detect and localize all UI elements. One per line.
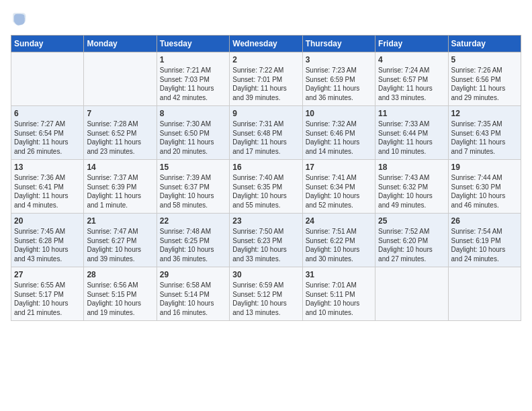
day-number: 7 — [87, 109, 153, 118]
day-number: 4 — [378, 55, 445, 64]
day-info: Sunrise: 7:36 AM Sunset: 6:41 PM Dayligh… — [14, 173, 81, 210]
calendar-cell: 24Sunrise: 7:51 AM Sunset: 6:22 PM Dayli… — [302, 214, 375, 267]
day-info: Sunrise: 7:35 AM Sunset: 6:43 PM Dayligh… — [451, 120, 518, 156]
day-number: 29 — [160, 270, 226, 279]
day-info: Sunrise: 7:47 AM Sunset: 6:27 PM Dayligh… — [87, 227, 153, 263]
day-info: Sunrise: 6:59 AM Sunset: 5:12 PM Dayligh… — [232, 281, 299, 317]
calendar-cell: 27Sunrise: 6:55 AM Sunset: 5:17 PM Dayli… — [11, 267, 84, 321]
day-number: 24 — [306, 216, 372, 226]
day-info: Sunrise: 7:31 AM Sunset: 6:48 PM Dayligh… — [232, 120, 299, 156]
calendar-cell: 22Sunrise: 7:48 AM Sunset: 6:25 PM Dayli… — [157, 214, 229, 267]
logo-icon — [11, 11, 27, 27]
day-info: Sunrise: 7:54 AM Sunset: 6:19 PM Dayligh… — [451, 227, 518, 263]
day-info: Sunrise: 7:26 AM Sunset: 6:56 PM Dayligh… — [451, 66, 518, 102]
week-row-3: 13Sunrise: 7:36 AM Sunset: 6:41 PM Dayli… — [11, 160, 521, 214]
col-header-monday: Monday — [84, 36, 157, 52]
calendar-cell: 15Sunrise: 7:39 AM Sunset: 6:37 PM Dayli… — [157, 160, 229, 214]
col-header-saturday: Saturday — [448, 36, 521, 52]
day-info: Sunrise: 7:24 AM Sunset: 6:57 PM Dayligh… — [378, 66, 445, 102]
calendar-cell — [84, 52, 157, 106]
day-number: 18 — [378, 163, 445, 172]
calendar-cell — [11, 52, 84, 106]
day-info: Sunrise: 7:32 AM Sunset: 6:46 PM Dayligh… — [306, 120, 372, 156]
calendar-cell: 25Sunrise: 7:52 AM Sunset: 6:20 PM Dayli… — [375, 214, 448, 267]
week-row-2: 6Sunrise: 7:27 AM Sunset: 6:54 PM Daylig… — [11, 106, 521, 160]
day-number: 23 — [232, 216, 299, 226]
calendar-cell: 31Sunrise: 7:01 AM Sunset: 5:11 PM Dayli… — [302, 267, 375, 321]
week-row-5: 27Sunrise: 6:55 AM Sunset: 5:17 PM Dayli… — [11, 267, 521, 321]
calendar-cell: 7Sunrise: 7:28 AM Sunset: 6:52 PM Daylig… — [84, 106, 157, 160]
day-info: Sunrise: 7:51 AM Sunset: 6:22 PM Dayligh… — [306, 227, 372, 263]
calendar-cell: 23Sunrise: 7:50 AM Sunset: 6:23 PM Dayli… — [230, 214, 302, 267]
calendar-cell: 13Sunrise: 7:36 AM Sunset: 6:41 PM Dayli… — [11, 160, 84, 214]
calendar-cell: 5Sunrise: 7:26 AM Sunset: 6:56 PM Daylig… — [448, 52, 521, 106]
calendar-cell: 30Sunrise: 6:59 AM Sunset: 5:12 PM Dayli… — [230, 267, 302, 321]
day-info: Sunrise: 7:30 AM Sunset: 6:50 PM Dayligh… — [160, 120, 226, 156]
day-info: Sunrise: 7:01 AM Sunset: 5:11 PM Dayligh… — [306, 281, 372, 317]
calendar-cell: 28Sunrise: 6:56 AM Sunset: 5:15 PM Dayli… — [84, 267, 157, 321]
header-row: SundayMondayTuesdayWednesdayThursdayFrid… — [11, 36, 521, 52]
day-info: Sunrise: 7:37 AM Sunset: 6:39 PM Dayligh… — [87, 173, 153, 210]
col-header-wednesday: Wednesday — [230, 36, 302, 52]
day-info: Sunrise: 7:41 AM Sunset: 6:34 PM Dayligh… — [306, 173, 372, 210]
day-number: 30 — [232, 270, 299, 279]
calendar-cell — [375, 267, 448, 321]
week-row-4: 20Sunrise: 7:45 AM Sunset: 6:28 PM Dayli… — [11, 214, 521, 267]
day-info: Sunrise: 7:39 AM Sunset: 6:37 PM Dayligh… — [160, 173, 226, 210]
day-number: 16 — [232, 163, 299, 172]
col-header-thursday: Thursday — [302, 36, 375, 52]
calendar-cell: 18Sunrise: 7:43 AM Sunset: 6:32 PM Dayli… — [375, 160, 448, 214]
calendar-cell: 21Sunrise: 7:47 AM Sunset: 6:27 PM Dayli… — [84, 214, 157, 267]
col-header-sunday: Sunday — [11, 36, 84, 52]
calendar-cell: 11Sunrise: 7:33 AM Sunset: 6:44 PM Dayli… — [375, 106, 448, 160]
day-number: 13 — [14, 163, 81, 172]
calendar-cell: 12Sunrise: 7:35 AM Sunset: 6:43 PM Dayli… — [448, 106, 521, 160]
logo — [11, 11, 30, 27]
day-number: 27 — [14, 270, 81, 279]
calendar-cell: 2Sunrise: 7:22 AM Sunset: 7:01 PM Daylig… — [230, 52, 302, 106]
calendar-cell: 19Sunrise: 7:44 AM Sunset: 6:30 PM Dayli… — [448, 160, 521, 214]
day-info: Sunrise: 7:28 AM Sunset: 6:52 PM Dayligh… — [87, 120, 153, 156]
day-info: Sunrise: 7:23 AM Sunset: 6:59 PM Dayligh… — [306, 66, 372, 102]
day-info: Sunrise: 7:52 AM Sunset: 6:20 PM Dayligh… — [378, 227, 445, 263]
day-info: Sunrise: 7:22 AM Sunset: 7:01 PM Dayligh… — [232, 66, 299, 102]
col-header-friday: Friday — [375, 36, 448, 52]
calendar-cell: 26Sunrise: 7:54 AM Sunset: 6:19 PM Dayli… — [448, 214, 521, 267]
calendar-cell: 4Sunrise: 7:24 AM Sunset: 6:57 PM Daylig… — [375, 52, 448, 106]
day-info: Sunrise: 7:44 AM Sunset: 6:30 PM Dayligh… — [451, 173, 518, 210]
calendar-cell: 17Sunrise: 7:41 AM Sunset: 6:34 PM Dayli… — [302, 160, 375, 214]
calendar-cell: 14Sunrise: 7:37 AM Sunset: 6:39 PM Dayli… — [84, 160, 157, 214]
day-number: 12 — [451, 109, 518, 118]
day-info: Sunrise: 7:48 AM Sunset: 6:25 PM Dayligh… — [160, 227, 226, 263]
col-header-tuesday: Tuesday — [157, 36, 229, 52]
day-info: Sunrise: 7:45 AM Sunset: 6:28 PM Dayligh… — [14, 227, 81, 263]
day-number: 8 — [160, 109, 226, 118]
calendar-cell: 29Sunrise: 6:58 AM Sunset: 5:14 PM Dayli… — [157, 267, 229, 321]
day-number: 14 — [87, 163, 153, 172]
calendar-cell: 8Sunrise: 7:30 AM Sunset: 6:50 PM Daylig… — [157, 106, 229, 160]
day-info: Sunrise: 6:58 AM Sunset: 5:14 PM Dayligh… — [160, 281, 226, 317]
day-info: Sunrise: 7:27 AM Sunset: 6:54 PM Dayligh… — [14, 120, 81, 156]
day-number: 9 — [232, 109, 299, 118]
day-number: 5 — [451, 55, 518, 64]
day-number: 26 — [451, 216, 518, 226]
calendar-cell: 3Sunrise: 7:23 AM Sunset: 6:59 PM Daylig… — [302, 52, 375, 106]
calendar-cell: 1Sunrise: 7:21 AM Sunset: 7:03 PM Daylig… — [157, 52, 229, 106]
page-header — [11, 11, 521, 27]
day-number: 10 — [306, 109, 372, 118]
day-info: Sunrise: 7:43 AM Sunset: 6:32 PM Dayligh… — [378, 173, 445, 210]
calendar-cell: 20Sunrise: 7:45 AM Sunset: 6:28 PM Dayli… — [11, 214, 84, 267]
day-number: 28 — [87, 270, 153, 279]
day-number: 22 — [160, 216, 226, 226]
calendar-cell: 9Sunrise: 7:31 AM Sunset: 6:48 PM Daylig… — [230, 106, 302, 160]
day-info: Sunrise: 7:40 AM Sunset: 6:35 PM Dayligh… — [232, 173, 299, 210]
day-number: 20 — [14, 216, 81, 226]
day-number: 19 — [451, 163, 518, 172]
day-number: 25 — [378, 216, 445, 226]
day-info: Sunrise: 7:21 AM Sunset: 7:03 PM Dayligh… — [160, 66, 226, 102]
week-row-1: 1Sunrise: 7:21 AM Sunset: 7:03 PM Daylig… — [11, 52, 521, 106]
day-info: Sunrise: 6:56 AM Sunset: 5:15 PM Dayligh… — [87, 281, 153, 317]
day-number: 6 — [14, 109, 81, 118]
day-number: 11 — [378, 109, 445, 118]
day-number: 1 — [160, 55, 226, 64]
